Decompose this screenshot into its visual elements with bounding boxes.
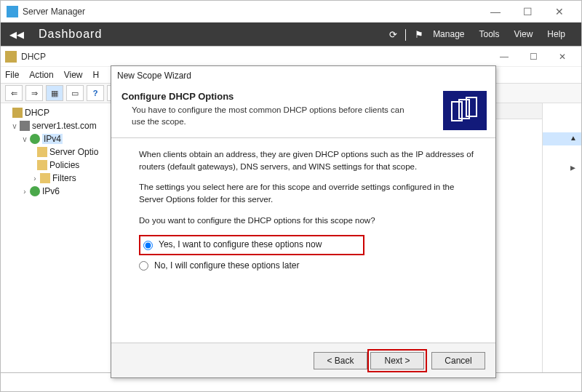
dhcp-close-button[interactable]: ✕ — [548, 52, 577, 62]
folder-icon — [37, 160, 47, 170]
dhcp-title: DHCP — [21, 52, 46, 62]
option-yes-label: Yes, I want to configure these options n… — [159, 239, 322, 251]
refresh-icon[interactable]: ⟳ — [386, 29, 399, 40]
wizard-window-title: New Scope Wizard — [117, 71, 191, 81]
flag-icon[interactable]: ⚑ — [412, 29, 426, 40]
tool-export-icon[interactable]: ▭ — [66, 85, 84, 101]
dhcp-titlebar: DHCP — ☐ ✕ — [1, 47, 581, 67]
wizard-footer: < Back Next > Cancel — [111, 343, 495, 377]
menu-action[interactable]: Action — [29, 70, 53, 80]
cancel-button[interactable]: Cancel — [431, 352, 485, 369]
server-node-icon — [20, 121, 30, 131]
option-no[interactable]: No, I will configure these options later — [139, 260, 477, 272]
new-scope-wizard-dialog: New Scope Wizard Configure DHCP Options … — [111, 65, 496, 378]
menu-manage[interactable]: Manage — [433, 29, 464, 39]
tree-server-options[interactable]: Server Optio — [49, 147, 98, 157]
maximize-button[interactable]: ☐ — [511, 1, 543, 22]
tree-filters[interactable]: Filters — [52, 173, 76, 183]
server-manager-icon — [7, 6, 18, 17]
next-button[interactable]: Next > — [370, 352, 424, 369]
tree-root[interactable]: DHCP — [25, 108, 49, 118]
ipv6-node-icon — [30, 186, 40, 196]
menu-tools[interactable]: Tools — [479, 29, 500, 39]
minimize-button[interactable]: — — [479, 1, 511, 22]
folder-icon — [37, 147, 47, 157]
tool-list-icon[interactable]: ▦ — [46, 85, 63, 101]
expander-icon[interactable]: v — [20, 135, 30, 143]
folder-icon — [40, 173, 50, 183]
wizard-glyph-icon — [443, 91, 487, 130]
wizard-subheading: You have to configure the most common DH… — [132, 105, 408, 127]
tree-policies[interactable]: Policies — [49, 160, 79, 170]
dhcp-maximize-button[interactable]: ☐ — [519, 52, 548, 62]
menu-view[interactable]: View — [64, 70, 83, 80]
dhcp-node-icon — [12, 108, 23, 118]
wizard-p2: The settings you select here are for thi… — [139, 181, 477, 205]
wizard-titlebar: New Scope Wizard — [111, 66, 495, 85]
separator-icon: │ — [399, 29, 412, 40]
tool-help-icon[interactable]: ? — [87, 85, 104, 101]
tree-server[interactable]: server1.test.com — [32, 121, 97, 131]
menu-file[interactable]: File — [5, 70, 19, 80]
expander-icon[interactable]: › — [20, 188, 30, 196]
menu-view[interactable]: View — [514, 29, 533, 39]
next-button-highlight: Next > — [367, 349, 427, 372]
ipv4-node-icon — [30, 134, 40, 144]
close-button[interactable]: ✕ — [543, 1, 575, 22]
actions-pane: ▲ ▸ — [542, 103, 581, 372]
server-manager-ribbon: ◀◀ Dashboard ⟳ │ ⚑ Manage Tools View Hel… — [1, 23, 581, 46]
option-yes-radio[interactable] — [143, 241, 153, 250]
wizard-p1: When clients obtain an address, they are… — [139, 148, 477, 172]
tree-ipv6[interactable]: IPv6 — [42, 186, 60, 196]
server-manager-titlebar: Server Manager — ☐ ✕ — [1, 1, 581, 23]
more-actions-icon[interactable]: ▸ — [570, 161, 575, 173]
option-no-label: No, I will configure these options later — [154, 260, 299, 272]
tree-ipv4[interactable]: IPv4 — [42, 134, 63, 144]
menu-h[interactable]: H — [93, 70, 100, 80]
expander-icon[interactable]: › — [30, 175, 40, 183]
option-no-radio[interactable] — [139, 261, 148, 271]
server-manager-title: Server Manager — [23, 7, 85, 17]
option-yes[interactable]: Yes, I want to configure these options n… — [139, 235, 364, 255]
dhcp-minimize-button[interactable]: — — [490, 52, 519, 62]
expander-icon[interactable]: v — [9, 122, 20, 130]
nav-back-icon[interactable]: ◀◀ — [9, 29, 24, 40]
collapse-arrow-icon[interactable]: ▲ — [570, 134, 577, 142]
wizard-body: When clients obtain an address, they are… — [111, 138, 495, 272]
wizard-heading: Configure DHCP Options — [121, 91, 443, 102]
dashboard-label: Dashboard — [39, 28, 102, 41]
back-button[interactable]: < Back — [314, 352, 367, 369]
wizard-header: Configure DHCP Options You have to confi… — [111, 85, 495, 138]
wizard-p3: Do you want to configure the DHCP option… — [139, 215, 477, 227]
menu-help[interactable]: Help — [547, 29, 565, 39]
dhcp-icon — [5, 51, 17, 63]
tool-back-icon[interactable]: ⇐ — [5, 85, 23, 101]
tool-fwd-icon[interactable]: ⇒ — [25, 85, 43, 101]
